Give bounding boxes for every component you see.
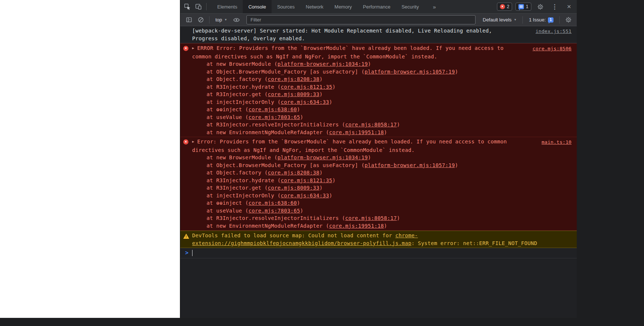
stack-frame-link[interactable]: core.mjs:7803:65 [248, 114, 300, 120]
tab-elements[interactable]: Elements [212, 0, 243, 13]
tab-memory[interactable]: Memory [329, 0, 357, 13]
source-location-link[interactable]: main.ts:10 [542, 139, 572, 146]
stack-frame-text: at injectInjectorOnly ( [207, 193, 281, 198]
stack-frame-text: at injectInjectorOnly ( [207, 99, 281, 105]
stack-frame-link[interactable]: platform-browser.mjs:1057:19 [365, 162, 455, 168]
stack-frame: at R3Injector.resolveInjectorInitializer… [192, 121, 518, 129]
toolbar-separator [209, 16, 209, 24]
stack-frame-text: ) [332, 177, 335, 183]
stack-frame-link[interactable]: core.mjs:7803:65 [248, 208, 300, 214]
stack-frame-link[interactable]: core.mjs:19951:18 [329, 129, 384, 135]
stack-frame-text: at new EnvironmentNgModuleRefAdapter ( [207, 223, 329, 229]
tab-strip: ElementsConsoleSourcesNetworkMemoryPerfo… [212, 0, 425, 13]
console-sidebar-icon[interactable] [183, 15, 194, 25]
toolbar-separator [206, 3, 207, 10]
tab-sources[interactable]: Sources [272, 0, 300, 13]
stack-frame: at R3Injector.hydrate (core.mjs:8121:35) [192, 83, 518, 91]
stack-frame-text: at new BrowserModule ( [207, 61, 277, 67]
chevron-down-icon: ▼ [514, 18, 517, 21]
stack-frame: at new EnvironmentNgModuleRefAdapter (co… [192, 222, 518, 230]
clear-console-icon[interactable] [195, 15, 206, 25]
devtools-panel: ElementsConsoleSourcesNetworkMemoryPerfo… [180, 0, 577, 318]
console-prompt[interactable]: > [180, 248, 577, 258]
stack-frame-text: ) [320, 170, 323, 176]
stack-frame-text: ) [329, 193, 333, 198]
issues-button[interactable]: 1 Issue: 1 [526, 15, 556, 25]
stack-frame: at R3Injector.get (core.mjs:8009:33) [192, 91, 518, 98]
stack-frame-link[interactable]: core.mjs:8058:17 [345, 122, 397, 128]
stack-frame-link[interactable]: core.mjs:8208:38 [268, 76, 320, 82]
stack-frame-text: at useValue ( [207, 208, 248, 214]
stack-frame-link[interactable]: platform-browser.mjs:1034:19 [277, 61, 368, 67]
console-message-list: [webpack-dev-server] Server started: Hot… [180, 26, 577, 248]
issues-bubble-icon [518, 4, 524, 9]
tab-network[interactable]: Network [300, 0, 329, 13]
stack-frame-link[interactable]: core.mjs:8121:35 [281, 177, 333, 183]
stack-frame-link[interactable]: platform-browser.mjs:1034:19 [277, 154, 368, 160]
filter-input[interactable] [246, 15, 476, 24]
expand-arrow-icon[interactable]: ▶ [192, 138, 194, 146]
close-devtools-icon[interactable]: × [563, 1, 575, 12]
error-icon: × [183, 46, 188, 51]
error-icon: × [500, 4, 505, 9]
stack-frame-link[interactable]: core.mjs:8058:17 [345, 215, 397, 221]
more-tabs-icon[interactable]: » [430, 1, 439, 12]
stack-frame-link[interactable]: core.mjs:634:33 [281, 99, 329, 105]
issue-count: 1 [526, 4, 528, 9]
stack-frame-link[interactable]: core.mjs:19951:18 [329, 223, 384, 229]
message-body: ▶Error: Providers from the `BrowserModul… [192, 138, 574, 230]
message-text: [webpack-dev-server] Server started: Hot… [192, 27, 518, 42]
tab-security[interactable]: Security [396, 0, 425, 13]
warning-icon: ! [183, 234, 189, 239]
javascript-context-selector[interactable]: top ▼ [212, 15, 230, 25]
stack-frame-link[interactable]: core.mjs:8009:33 [268, 91, 320, 97]
stack-frame: at R3Injector.hydrate (core.mjs:8121:35) [192, 177, 518, 184]
error-icon: × [183, 139, 188, 145]
tab-performance[interactable]: Performance [357, 0, 396, 13]
message-body: DevTools failed to load source map: Coul… [192, 232, 574, 247]
stack-frame-text: at R3Injector.resolveInjectorInitializer… [207, 122, 345, 128]
issues-bubble-icon: 1 [548, 17, 553, 23]
stack-frame-text: at ɵɵinject ( [207, 106, 248, 112]
stack-frame-text: at useValue ( [207, 114, 248, 120]
stack-frame-link[interactable]: core.mjs:634:33 [281, 193, 329, 198]
warning-exclamation: ! [183, 235, 189, 238]
kebab-menu-icon[interactable]: ⋮ [549, 1, 560, 12]
stack-frame-text: ) [368, 61, 371, 67]
stack-frame-text: ) [384, 129, 387, 135]
stack-frame-link[interactable]: core.mjs:8121:35 [281, 84, 333, 90]
inspect-element-icon[interactable] [182, 1, 193, 12]
devtools-tab-bar: ElementsConsoleSourcesNetworkMemoryPerfo… [180, 0, 577, 14]
stack-frame-link[interactable]: core.mjs:638:60 [248, 200, 297, 206]
live-expression-eye-icon[interactable] [231, 15, 242, 25]
settings-gear-icon[interactable] [535, 1, 546, 12]
stack-frame-text: at R3Injector.resolveInjectorInitializer… [207, 215, 345, 221]
stack-frame-text: at R3Injector.hydrate ( [207, 84, 281, 90]
error-count-badge[interactable]: × 2 [497, 3, 512, 11]
message-gutter: × [183, 44, 192, 51]
console-settings-gear-icon[interactable] [563, 15, 574, 25]
stack-frame: at R3Injector.get (core.mjs:8009:33) [192, 184, 518, 192]
context-label: top [215, 17, 222, 23]
stack-frame-link[interactable]: core.mjs:8009:33 [268, 185, 320, 191]
toolbar-separator [559, 16, 560, 24]
tab-console[interactable]: Console [243, 0, 272, 13]
stack-frame: at Object.BrowserModule_Factory [as useF… [192, 68, 518, 76]
message-text-run: : System error: net::ERR_FILE_NOT_FOUND [412, 240, 537, 246]
stack-frame-link[interactable]: platform-browser.mjs:1057:19 [365, 69, 455, 75]
device-toolbar-icon[interactable] [193, 1, 204, 12]
expand-arrow-icon[interactable]: ▶ [192, 44, 194, 52]
stack-frame-text: ) [300, 114, 303, 120]
stack-frame-text: at Object.factory ( [207, 170, 268, 176]
stack-frame-text: at Object.factory ( [207, 76, 268, 82]
stack-frame-text: at new BrowserModule ( [207, 154, 277, 160]
log-levels-selector[interactable]: Default levels ▼ [480, 15, 520, 25]
stack-frame-text: ) [320, 91, 323, 97]
stack-frame-link[interactable]: core.mjs:8208:38 [268, 170, 320, 176]
message-text: DevTools failed to load source map: Coul… [192, 232, 557, 247]
source-location-link[interactable]: core.mjs:8506 [532, 45, 572, 53]
issue-count-badge[interactable]: 1 [515, 3, 531, 11]
stack-frame-text: at R3Injector.get ( [207, 91, 268, 97]
source-location-link[interactable]: index.js:551 [535, 28, 572, 35]
stack-frame-link[interactable]: core.mjs:638:60 [248, 106, 297, 112]
